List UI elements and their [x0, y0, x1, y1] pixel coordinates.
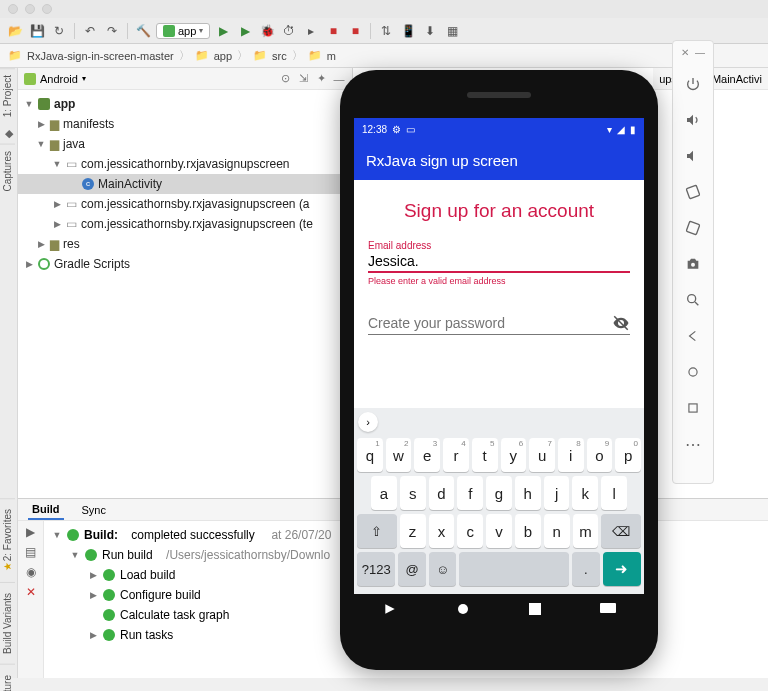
key-y[interactable]: y6 — [501, 438, 527, 472]
rotate-right-icon[interactable] — [683, 218, 703, 238]
key-n[interactable]: n — [544, 514, 570, 548]
toggle-icon[interactable]: ◉ — [26, 565, 36, 579]
key-r[interactable]: r4 — [443, 438, 469, 472]
more-icon[interactable]: ⋯ — [683, 434, 703, 454]
key-e[interactable]: e3 — [414, 438, 440, 472]
tree-node[interactable]: com.jessicathornsby.rxjavasignupscreen (… — [81, 194, 310, 214]
key-m[interactable]: m — [573, 514, 599, 548]
sdk-icon[interactable]: ⬇ — [421, 22, 439, 40]
tree-node[interactable]: java — [63, 134, 85, 154]
enter-key[interactable]: ➜ — [603, 552, 641, 586]
nav-back-icon[interactable] — [382, 601, 398, 617]
key-b[interactable]: b — [515, 514, 541, 548]
minimize-icon[interactable]: — — [695, 47, 705, 58]
key-o[interactable]: o9 — [587, 438, 613, 472]
nav-home-icon[interactable] — [455, 601, 471, 617]
key-h[interactable]: h — [515, 476, 541, 510]
overview-icon[interactable] — [683, 398, 703, 418]
crumb-root[interactable]: RxJava-sign-in-screen-master — [27, 50, 174, 62]
space-key[interactable] — [459, 552, 569, 586]
home-icon[interactable] — [683, 362, 703, 382]
layout-icon[interactable]: ▦ — [443, 22, 461, 40]
emoji-key[interactable]: ☺ — [429, 552, 456, 586]
visibility-off-icon[interactable] — [612, 314, 630, 332]
key-g[interactable]: g — [486, 476, 512, 510]
power-icon[interactable] — [683, 74, 703, 94]
volume-up-icon[interactable] — [683, 110, 703, 130]
open-icon[interactable]: 📂 — [6, 22, 24, 40]
key-p[interactable]: p0 — [615, 438, 641, 472]
key-i[interactable]: i8 — [558, 438, 584, 472]
expand-icon[interactable]: ⇲ — [296, 72, 310, 85]
build-tab-build[interactable]: Build — [28, 500, 64, 520]
back-icon[interactable] — [683, 326, 703, 346]
key-w[interactable]: w2 — [386, 438, 412, 472]
redo-icon[interactable]: ↷ — [103, 22, 121, 40]
build-step[interactable]: Load build — [120, 565, 175, 585]
key-t[interactable]: t5 — [472, 438, 498, 472]
crumb[interactable]: src — [272, 50, 287, 62]
key-c[interactable]: c — [457, 514, 483, 548]
build-step[interactable]: Calculate task graph — [120, 605, 229, 625]
settings-icon[interactable]: ✦ — [314, 72, 328, 85]
tab-project[interactable]: 1: Project — [0, 68, 15, 123]
traffic-close[interactable] — [8, 4, 18, 14]
at-key[interactable]: @ — [398, 552, 425, 586]
tab-favorites[interactable]: ★2: Favorites — [0, 498, 15, 582]
backspace-key[interactable]: ⌫ — [601, 514, 641, 548]
key-u[interactable]: u7 — [529, 438, 555, 472]
build-tab-sync[interactable]: Sync — [78, 501, 110, 519]
undo-icon[interactable]: ↶ — [81, 22, 99, 40]
tree-root[interactable]: app — [54, 94, 75, 114]
save-icon[interactable]: 💾 — [28, 22, 46, 40]
crumb[interactable]: m — [327, 50, 336, 62]
tree-node[interactable]: res — [63, 234, 80, 254]
key-q[interactable]: q1 — [357, 438, 383, 472]
tree-node[interactable]: com.jessicathornby.rxjavasignupscreen — [81, 154, 290, 174]
debug-icon[interactable]: 🐞 — [258, 22, 276, 40]
tab-build-variants[interactable]: Build Variants — [0, 582, 15, 664]
tab-captures[interactable]: Captures — [0, 144, 15, 198]
symbols-key[interactable]: ?123 — [357, 552, 395, 586]
key-k[interactable]: k — [572, 476, 598, 510]
collapse-icon[interactable]: ⊙ — [278, 72, 292, 85]
traffic-min[interactable] — [25, 4, 35, 14]
password-field[interactable] — [368, 312, 612, 334]
filter-icon[interactable]: ▤ — [25, 545, 36, 559]
sync-icon[interactable]: ⇅ — [377, 22, 395, 40]
attach-icon[interactable]: ▸ — [302, 22, 320, 40]
key-z[interactable]: z — [400, 514, 426, 548]
run-icon[interactable]: ▶ — [214, 22, 232, 40]
traffic-max[interactable] — [42, 4, 52, 14]
rotate-left-icon[interactable] — [683, 182, 703, 202]
hide-icon[interactable]: — — [332, 73, 346, 85]
build-step[interactable]: Run tasks — [120, 625, 173, 645]
tree-node-mainactivity[interactable]: MainActivity — [98, 174, 162, 194]
refresh-icon[interactable]: ↻ — [50, 22, 68, 40]
tree-node[interactable]: Gradle Scripts — [54, 254, 130, 274]
close-icon[interactable]: ✕ — [681, 47, 689, 58]
key-f[interactable]: f — [457, 476, 483, 510]
key-s[interactable]: s — [400, 476, 426, 510]
build-step[interactable]: Run build — [102, 545, 153, 565]
hammer-icon[interactable]: 🔨 — [134, 22, 152, 40]
email-field[interactable] — [368, 251, 630, 273]
zoom-icon[interactable] — [683, 290, 703, 310]
avd-icon[interactable]: 📱 — [399, 22, 417, 40]
key-j[interactable]: j — [544, 476, 570, 510]
rerun-icon[interactable]: ▶ — [26, 525, 35, 539]
crumb[interactable]: app — [214, 50, 232, 62]
stop-all-icon[interactable]: ■ — [346, 22, 364, 40]
key-l[interactable]: l — [601, 476, 627, 510]
key-a[interactable]: a — [371, 476, 397, 510]
tree-node[interactable]: manifests — [63, 114, 114, 134]
tree-node[interactable]: com.jessicathornsby.rxjavasignupscreen (… — [81, 214, 313, 234]
nav-keyboard-icon[interactable] — [600, 601, 616, 617]
shift-key[interactable]: ⇧ — [357, 514, 397, 548]
build-step[interactable]: Configure build — [120, 585, 201, 605]
close-icon[interactable]: ✕ — [26, 585, 36, 599]
nav-overview-icon[interactable] — [527, 601, 543, 617]
tab-structure[interactable]: 7: Structure — [0, 664, 15, 691]
chevron-right-icon[interactable]: › — [358, 412, 378, 432]
profile-icon[interactable]: ⏱ — [280, 22, 298, 40]
